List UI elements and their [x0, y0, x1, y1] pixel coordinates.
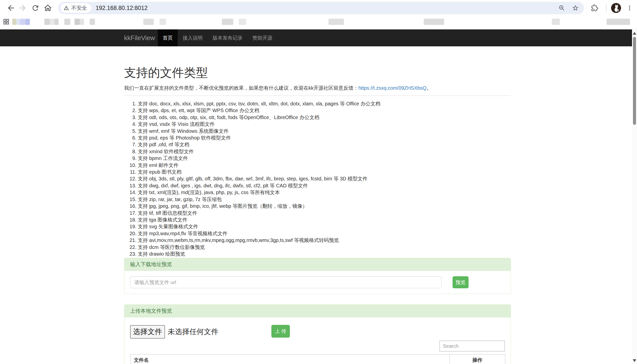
supported-file-types-list: 支持 doc, docx, xls, xlsx, xlsm, ppt, pptx… — [124, 100, 511, 257]
bookmark-placeholder[interactable] — [74, 19, 80, 25]
bookmark-placeholder[interactable] — [16, 19, 20, 25]
bookmark-placeholder[interactable] — [26, 19, 30, 25]
security-label: 不安全 — [71, 4, 87, 12]
file-type-item: 支持 txt, xml(渲染), md(渲染), java, php, py, … — [138, 189, 511, 196]
file-type-item: 支持 pdf ,ofd, rtf 等文档 — [138, 141, 511, 148]
file-type-item: 支持 dcm 等医疗数位影像预览 — [138, 244, 511, 251]
bookmark-placeholder[interactable] — [20, 19, 26, 25]
bookmark-placeholder[interactable] — [143, 19, 154, 25]
browser-chrome: 不安全 192.168.80.12:8012 — [0, 0, 637, 28]
file-type-item: 支持 tif, tiff 图信息模型文件 — [138, 210, 511, 216]
file-type-item: 支持 wmf, emf 等 Windows 系统图像文件 — [138, 128, 511, 134]
page-title: 支持的文件类型 — [124, 46, 511, 79]
upload-button[interactable]: 上 传 — [272, 325, 290, 338]
file-type-item: 支持 xmind 软件模型文件 — [138, 148, 511, 155]
bookmark-star-icon[interactable] — [572, 4, 579, 12]
choose-file-button[interactable]: 选择文件 — [130, 325, 165, 338]
navbar-brand[interactable]: kkFileView — [124, 30, 155, 46]
bookmark-placeholder[interactable] — [606, 19, 630, 25]
intro-text: 我们一直在扩展支持的文件类型，不断优化预览的效果，如果您有什么建议，欢迎在kk开… — [124, 85, 358, 91]
back-icon[interactable] — [6, 2, 16, 14]
bookmark-placeholder[interactable] — [44, 19, 50, 25]
warning-icon — [64, 5, 69, 11]
bookmark-placeholder[interactable] — [239, 19, 246, 25]
upload-panel: 上传本地文件预览 选择文件 未选择任何文件 上 传 文件名 操作 — [124, 304, 511, 364]
column-header-filename[interactable]: 文件名 — [130, 354, 450, 364]
file-type-item: 支持 obj, 3ds, stl, ply, gltf, glb, off, 3… — [138, 176, 511, 182]
bookmarks-bar — [0, 16, 637, 28]
upload-panel-title: 上传本地文件预览 — [124, 305, 511, 318]
reload-icon[interactable] — [30, 2, 41, 14]
intro-paragraph: 我们一直在扩展支持的文件类型，不断优化预览的效果，如果您有什么建议，欢迎在kk开… — [124, 85, 511, 91]
file-type-item: 支持 drawio 绘图预览 — [138, 251, 511, 257]
file-type-item: 支持 wps, dps, et, ett, wpt 等国产 WPS Office… — [138, 107, 511, 114]
nav-item-sponsor[interactable]: 赞助开源 — [248, 30, 278, 46]
bookmark-placeholder[interactable] — [54, 19, 58, 25]
header-divider — [124, 96, 511, 96]
file-type-item: 支持 avi,mov,rm,webm,ts,rm,mkv,mpeg,ogg,mp… — [138, 237, 511, 244]
table-header-row: 文件名 操作 — [130, 354, 505, 364]
file-type-item: 支持 zip, rar, jar, tar, gzip, 7z 等压缩包 — [138, 196, 511, 203]
nav-item-integration-docs[interactable]: 接入说明 — [178, 30, 208, 46]
web-page: kkFileView 首页 接入说明 版本发布记录 赞助开源 支持的文件类型 我… — [0, 28, 637, 364]
file-type-item: 支持 epub 图书文档 — [138, 169, 511, 176]
bookmark-placeholder[interactable] — [328, 19, 344, 25]
bookmark-placeholder[interactable] — [222, 19, 233, 25]
url-text[interactable]: 192.168.80.12:8012 — [96, 5, 148, 12]
bookmark-placeholder[interactable] — [80, 19, 84, 25]
nav-item-release-notes[interactable]: 版本发布记录 — [208, 30, 248, 46]
profile-avatar[interactable] — [610, 2, 622, 14]
apps-grid-icon[interactable] — [3, 18, 10, 26]
url-preview-panel: 输入下载地址预览 预览 — [124, 258, 511, 294]
bookmark-placeholder[interactable] — [552, 19, 560, 25]
intro-suffix: 。 — [426, 85, 432, 91]
home-icon[interactable] — [42, 2, 53, 14]
file-type-item: 支持 psd, eps 等 Photoshop 软件模型文件 — [138, 134, 511, 141]
file-type-item: 支持 bpmn 工作流文件 — [138, 155, 511, 162]
address-bar[interactable]: 不安全 192.168.80.12:8012 — [58, 2, 584, 14]
column-header-actions[interactable]: 操作 — [450, 354, 505, 364]
preview-button[interactable]: 预览 — [452, 276, 468, 288]
page-content: 支持的文件类型 我们一直在扩展支持的文件类型，不断优化预览的效果，如果您有什么建… — [124, 46, 511, 364]
extensions-icon[interactable] — [589, 2, 600, 14]
browser-toolbar: 不安全 192.168.80.12:8012 — [0, 0, 637, 16]
bookmark-placeholder[interactable] — [12, 19, 16, 25]
preview-url-input[interactable] — [130, 276, 442, 288]
scrollbar-thumb[interactable] — [633, 37, 636, 125]
file-type-item: 支持 svg 矢量图像格式文件 — [138, 223, 511, 230]
bookmark-placeholder[interactable] — [160, 19, 166, 25]
file-type-item: 支持 tga 图像格式文件 — [138, 216, 511, 223]
bookmark-placeholder[interactable] — [90, 19, 95, 25]
file-type-item: 支持 vsd, vsdx 等 Visio 流程图文件 — [138, 121, 511, 128]
file-type-item: 支持 dwg, dxf, dwf, iges , igs, dwt, dng, … — [138, 182, 511, 189]
scrollbar-up-arrow-icon[interactable] — [633, 32, 636, 35]
forward-icon[interactable] — [17, 2, 28, 14]
file-type-item: 支持 jpg, jpeg, png, gif, bmp, ico, jfif, … — [138, 203, 511, 210]
feedback-link[interactable]: https://t.zsxq.com/09ZHSXbsQ — [358, 85, 426, 91]
bookmark-placeholder[interactable] — [64, 19, 70, 25]
site-navbar: kkFileView 首页 接入说明 版本发布记录 赞助开源 — [0, 30, 637, 46]
zoom-out-icon[interactable] — [558, 5, 565, 11]
toolbar-separator — [606, 4, 606, 12]
file-type-item: 支持 odt, ods, ots, odp, otp, six, ott, fo… — [138, 114, 511, 121]
file-search-input[interactable] — [439, 340, 505, 352]
file-selected-status: 未选择任何文件 — [168, 327, 218, 337]
scrollbar-down-arrow-icon[interactable] — [633, 359, 636, 362]
file-type-item: 支持 eml 邮件文件 — [138, 162, 511, 169]
bookmark-placeholder[interactable] — [50, 19, 54, 25]
file-type-item: 支持 doc, docx, xls, xlsx, xlsm, ppt, pptx… — [138, 100, 511, 107]
nav-item-home[interactable]: 首页 — [158, 30, 178, 46]
page-scrollbar[interactable] — [632, 28, 637, 364]
security-chip[interactable]: 不安全 — [60, 3, 91, 13]
menu-dots-icon[interactable] — [624, 2, 635, 14]
url-panel-title: 输入下载地址预览 — [124, 258, 511, 271]
file-type-item: 支持 mp3,wav,mp4,flv 等音视频格式文件 — [138, 230, 511, 237]
bookmark-placeholder[interactable] — [424, 19, 444, 25]
file-list-table: 文件名 操作 — [130, 354, 506, 364]
navbar-menu: 首页 接入说明 版本发布记录 赞助开源 — [158, 30, 278, 46]
